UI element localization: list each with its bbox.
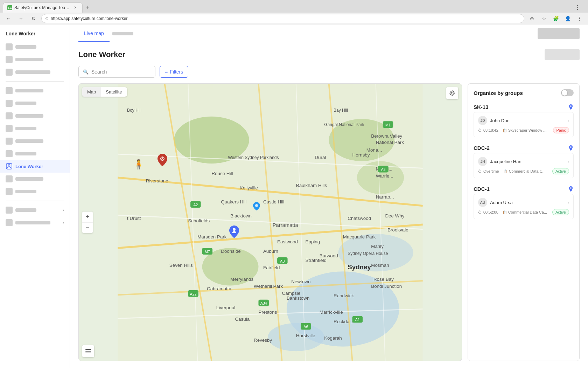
url-text: https://app.safetyculture.com/lone-worke… <box>51 16 127 21</box>
blue-dot-marker[interactable] <box>253 202 260 212</box>
right-panel: Organize by groups SK-13 JD Jo <box>468 83 580 361</box>
content-header: Lone Worker <box>78 49 580 60</box>
worker-time-CDC-2: ⏱ Overtime <box>478 169 499 173</box>
sidebar-item-11[interactable] <box>0 185 70 198</box>
time-value-SK-13: 03:18:42 <box>483 128 498 132</box>
sidebar-text-9 <box>15 152 36 155</box>
svg-text:Mosman: Mosman <box>371 263 389 268</box>
svg-point-108 <box>570 187 572 189</box>
worker-item-SK-13[interactable]: JD John Doe › ⏱ 03:18:42 📋 Skyscraper Wi… <box>474 112 574 137</box>
svg-text:Chatswood: Chatswood <box>348 216 371 221</box>
group-header-CDC-2[interactable]: CDC-2 <box>474 143 574 153</box>
map-tab-map[interactable]: Map <box>82 87 101 97</box>
map-background: Sydney Parramatta Chatswood Newtown Aubu… <box>79 84 462 361</box>
search-box[interactable]: 🔍 <box>78 66 155 78</box>
reload-button[interactable]: ↻ <box>29 14 38 23</box>
worker-name-SK-13: John Doe <box>490 118 510 123</box>
svg-text:Dee Why: Dee Why <box>385 213 404 218</box>
tab-title: SafetyCulture: Manage Teams and... <box>14 5 70 10</box>
worker-name-flex-CDC-1: AU Adam Ursa <box>478 198 513 207</box>
sidebar-divider-1 <box>6 81 64 82</box>
worker-item-CDC-2[interactable]: JH Jacqueline Han › ⏱ Overtime 📋 Commerc… <box>474 153 574 178</box>
filters-button[interactable]: ≡ Filters <box>160 66 188 78</box>
sidebar-collapse-item-2[interactable]: › <box>0 216 70 229</box>
sidebar-icon-6 <box>6 112 13 119</box>
worker-name-flex-CDC-2: JH Jacqueline Han <box>478 157 522 166</box>
svg-text:Newtown: Newtown <box>291 279 310 284</box>
svg-text:Macquarie Park: Macquarie Park <box>343 234 376 239</box>
svg-text:t Druitt: t Druitt <box>127 216 141 221</box>
svg-text:Marsden Park: Marsden Park <box>197 234 227 239</box>
map-tab-satellite[interactable]: Satellite <box>101 87 127 97</box>
group-header-CDC-1[interactable]: CDC-1 <box>474 184 574 194</box>
worker-location-CDC-2: 📋 Commercial Data C... <box>503 169 546 173</box>
sidebar-icon-3 <box>6 69 13 76</box>
worker-avatar-CDC-1: AU <box>478 198 487 207</box>
sidebar-text-5 <box>15 102 36 105</box>
more-options-icon[interactable]: ⋮ <box>575 14 584 23</box>
sidebar-item-3[interactable] <box>0 66 70 78</box>
sidebar-item-9[interactable] <box>0 147 70 160</box>
locate-button[interactable] <box>446 87 458 99</box>
panel-title: Organize by groups <box>474 90 523 96</box>
sidebar-item-10[interactable] <box>0 173 70 185</box>
worker-info-row-SK-13: ⏱ 03:18:42 📋 Skyscraper Window ... Panic <box>478 127 569 133</box>
map-container[interactable]: Sydney Parramatta Chatswood Newtown Aubu… <box>78 83 462 361</box>
sidebar-item-6[interactable] <box>0 110 70 122</box>
export-button[interactable] <box>538 28 580 39</box>
browser-toolbar: ← → ↻ ⊙ https://app.safetyculture.com/lo… <box>0 13 588 25</box>
browser-tab-active[interactable]: SC SafetyCulture: Manage Teams and... ✕ <box>3 2 83 13</box>
red-pin-marker[interactable] <box>158 154 167 168</box>
svg-text:Bankstown: Bankstown <box>287 296 310 301</box>
worker-name-row-CDC-2: JH Jacqueline Han › <box>478 157 569 166</box>
browser-menu-button[interactable]: ⋮ <box>573 3 582 13</box>
sidebar-item-lone-worker[interactable]: Lone Worker <box>0 160 70 173</box>
tab-close-button[interactable]: ✕ <box>72 5 78 11</box>
sidebar-item-5[interactable] <box>0 97 70 110</box>
sidebar-text-8 <box>15 139 43 143</box>
svg-text:Campsie: Campsie <box>282 291 301 296</box>
worker-name-CDC-1: Adam Ursa <box>490 200 513 205</box>
sidebar-text-3 <box>15 70 50 74</box>
sidebar-item-2[interactable] <box>0 53 70 66</box>
worker-item-CDC-1[interactable]: AU Adam Ursa › ⏱ 00:52:08 📋 Commercial D… <box>474 194 574 219</box>
worker-avatar-SK-13: JD <box>478 116 487 125</box>
filter-label: Filters <box>170 69 183 75</box>
svg-text:Epping: Epping <box>306 239 320 244</box>
svg-text:M7: M7 <box>205 250 210 254</box>
group-header-SK-13[interactable]: SK-13 <box>474 102 574 112</box>
svg-text:Blacktown: Blacktown <box>230 213 252 218</box>
group-name-CDC-2: CDC-2 <box>474 145 490 151</box>
worker-groups-container: SK-13 JD John Doe › ⏱ 03:18:42 � <box>474 102 574 219</box>
organize-by-groups-toggle[interactable] <box>561 89 574 96</box>
search-input[interactable] <box>91 69 151 75</box>
sidebar-item-7[interactable] <box>0 122 70 135</box>
tab-live-map[interactable]: Live map <box>78 26 110 42</box>
zoom-icon[interactable]: ⊕ <box>527 14 537 23</box>
zoom-in-button[interactable]: + <box>82 211 93 222</box>
svg-text:A1: A1 <box>355 318 360 322</box>
search-icon: 🔍 <box>83 69 89 75</box>
blue-person-pin[interactable] <box>229 225 239 239</box>
worker-group-CDC-2: CDC-2 JH Jacqueline Han › ⏱ Overtime <box>474 143 574 178</box>
svg-text:Fairfield: Fairfield <box>263 265 280 270</box>
zoom-out-button[interactable]: − <box>82 222 93 233</box>
header-action-placeholder <box>545 49 580 60</box>
svg-text:Doonside: Doonside <box>221 249 241 254</box>
address-bar[interactable]: ⊙ https://app.safetyculture.com/lone-wor… <box>41 14 524 23</box>
new-tab-button[interactable]: + <box>83 2 93 13</box>
forward-button[interactable]: → <box>16 14 26 23</box>
sidebar-item-4[interactable] <box>0 84 70 97</box>
bookmark-icon[interactable]: ☆ <box>539 14 549 23</box>
sidebar-item-8[interactable] <box>0 135 70 147</box>
sidebar-collapse-item-1[interactable]: › <box>0 204 70 216</box>
back-button[interactable]: ← <box>4 14 13 23</box>
sidebar-item-1[interactable] <box>0 41 70 53</box>
svg-text:Western Sydney Parklands: Western Sydney Parklands <box>228 155 279 160</box>
extensions-icon[interactable]: 🧩 <box>551 14 561 23</box>
legend-button[interactable] <box>82 345 94 357</box>
page-title: Lone Worker <box>78 50 125 59</box>
svg-text:Schofields: Schofields <box>188 218 210 223</box>
profile-icon[interactable]: 👤 <box>563 14 573 23</box>
status-badge-CDC-1: Active <box>552 209 569 215</box>
